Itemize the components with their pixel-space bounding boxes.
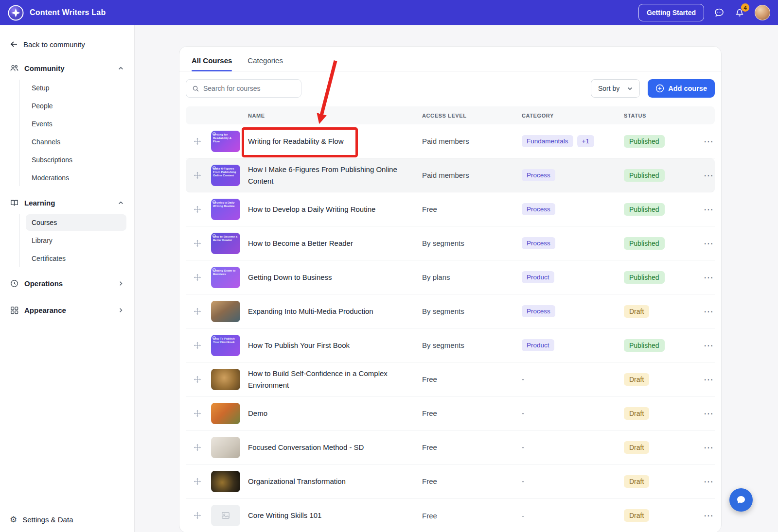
sidebar-item-moderations[interactable]: Moderations <box>26 170 126 186</box>
table-row[interactable]: Develop a Daily Writing Routine How to D… <box>186 192 715 226</box>
table-row[interactable]: Focused Conversation Method - SD Free - … <box>186 430 715 464</box>
drag-handle-icon[interactable] <box>194 444 211 451</box>
section-label: Operations <box>24 279 63 288</box>
table-row[interactable]: How to Build Self-Confidence in a Comple… <box>186 362 715 396</box>
status-cell: Draft <box>624 509 701 522</box>
search-input[interactable] <box>203 85 295 92</box>
sidebar-item-subscriptions[interactable]: Subscriptions <box>26 152 126 168</box>
access-level: Free <box>422 409 522 417</box>
status-cell: Published <box>624 339 701 352</box>
user-avatar[interactable] <box>755 5 770 20</box>
course-name: Focused Conversation Method - SD <box>248 442 422 453</box>
chevron-up-icon <box>117 65 124 72</box>
drag-handle-icon[interactable] <box>194 512 211 519</box>
row-menu-button[interactable]: ⋯ <box>701 305 717 318</box>
sidebar-section-operations[interactable]: Operations <box>0 274 134 293</box>
table-row[interactable]: How To Publish Your First Book How To Pu… <box>186 328 715 362</box>
section-label: Learning <box>24 199 55 207</box>
table-row[interactable]: Demo Free - Draft ⋯ <box>186 396 715 430</box>
table-row[interactable]: Organizational Transformation Free - Dra… <box>186 464 715 498</box>
status-badge: Draft <box>624 475 649 488</box>
drag-handle-icon[interactable] <box>194 342 211 349</box>
sidebar-item-events[interactable]: Events <box>26 116 126 132</box>
row-menu-button[interactable]: ⋯ <box>701 339 717 352</box>
drag-handle-icon[interactable] <box>194 172 211 179</box>
tab-label: Categories <box>248 56 283 65</box>
tab-categories[interactable]: Categories <box>248 56 283 71</box>
table-row[interactable]: Core Writing Skills 101 Free - Draft ⋯ <box>186 498 715 532</box>
row-menu-button[interactable]: ⋯ <box>701 407 717 420</box>
drag-handle-icon[interactable] <box>194 478 211 485</box>
sidebar-item-people[interactable]: People <box>26 98 126 114</box>
drag-handle-icon[interactable] <box>194 308 211 315</box>
table-row[interactable]: Make 6-Figures From Publishing Online Co… <box>186 158 715 192</box>
status-badge: Published <box>624 135 665 148</box>
getting-started-button[interactable]: Getting Started <box>638 4 704 21</box>
access-level: By plans <box>422 273 522 281</box>
category-badge: Process <box>522 237 555 249</box>
sidebar-item-certificates[interactable]: Certificates <box>26 250 126 267</box>
category-badge: Process <box>522 169 555 181</box>
status-badge: Draft <box>624 407 649 420</box>
status-badge: Published <box>624 339 665 352</box>
row-menu-button[interactable]: ⋯ <box>701 373 717 386</box>
sidebar-section-community[interactable]: Community <box>0 58 134 78</box>
category-badge: Product <box>522 271 554 283</box>
drag-handle-icon[interactable] <box>194 274 211 281</box>
course-thumbnail: Getting Down to Business <box>211 267 240 288</box>
add-course-button[interactable]: Add course <box>648 79 715 98</box>
table-row[interactable]: How to Become a Better Reader How to Bec… <box>186 226 715 260</box>
back-to-community-link[interactable]: Back to community <box>0 25 134 51</box>
settings-and-data-link[interactable]: ⚙ Settings & Data <box>0 507 134 532</box>
access-level: Free <box>422 512 522 520</box>
row-menu-button[interactable]: ⋯ <box>701 509 717 522</box>
sidebar-section-learning[interactable]: Learning <box>0 193 134 213</box>
category-cell: Process <box>522 305 624 317</box>
course-thumbnail <box>211 369 240 390</box>
sort-by-select[interactable]: Sort by <box>591 79 640 98</box>
sidebar-item-library[interactable]: Library <box>26 232 126 249</box>
courses-panel: All Courses Categories Sort by <box>179 46 722 532</box>
row-menu-button[interactable]: ⋯ <box>701 135 717 148</box>
image-placeholder-icon <box>221 511 230 520</box>
category-cell: Process <box>522 169 624 181</box>
row-menu-button[interactable]: ⋯ <box>701 237 717 250</box>
sidebar-section-appearance[interactable]: Appearance <box>0 300 134 320</box>
tab-all-courses[interactable]: All Courses <box>192 56 232 71</box>
section-label: Appearance <box>24 306 66 314</box>
row-menu-button[interactable]: ⋯ <box>701 203 717 216</box>
drag-handle-icon[interactable] <box>194 137 211 145</box>
row-menu-button[interactable]: ⋯ <box>701 169 717 182</box>
status-cell: Published <box>624 271 701 284</box>
thumbnail-title-text <box>211 437 215 458</box>
sidebar-item-courses[interactable]: Courses <box>26 214 126 231</box>
status-cell: Draft <box>624 305 701 318</box>
course-name: Demo <box>248 408 422 419</box>
table-row[interactable]: Expanding Into Multi-Media Production By… <box>186 294 715 328</box>
table-row[interactable]: Writing for Readability & Flow Writing f… <box>186 124 715 158</box>
drag-handle-icon[interactable] <box>194 206 211 213</box>
status-badge: Draft <box>624 373 649 386</box>
thumbnail-title-text <box>211 403 215 424</box>
row-menu-button[interactable]: ⋯ <box>701 475 717 488</box>
messages-icon[interactable] <box>714 7 725 18</box>
category-cell: Product <box>522 271 624 283</box>
column-header-name: Name <box>248 113 422 119</box>
table-header-row: Name Access level Category Status <box>186 106 715 124</box>
chat-launcher-button[interactable] <box>729 488 753 512</box>
status-cell: Draft <box>624 441 701 454</box>
sidebar-item-setup[interactable]: Setup <box>26 80 126 96</box>
row-menu-button[interactable]: ⋯ <box>701 441 717 454</box>
category-cell: - <box>522 477 624 485</box>
table-row[interactable]: Getting Down to Business Getting Down to… <box>186 260 715 294</box>
row-menu-button[interactable]: ⋯ <box>701 271 717 284</box>
sidebar-item-channels[interactable]: Channels <box>26 134 126 150</box>
notifications-bell-icon[interactable]: 4 <box>734 7 745 18</box>
category-badge: Product <box>522 339 554 351</box>
drag-handle-icon[interactable] <box>194 240 211 247</box>
drag-handle-icon[interactable] <box>194 410 211 417</box>
drag-handle-icon[interactable] <box>194 376 211 383</box>
add-course-label: Add course <box>668 85 707 92</box>
logo-icon[interactable] <box>8 5 24 21</box>
sidebar: Back to community Community Setup People… <box>0 25 135 532</box>
